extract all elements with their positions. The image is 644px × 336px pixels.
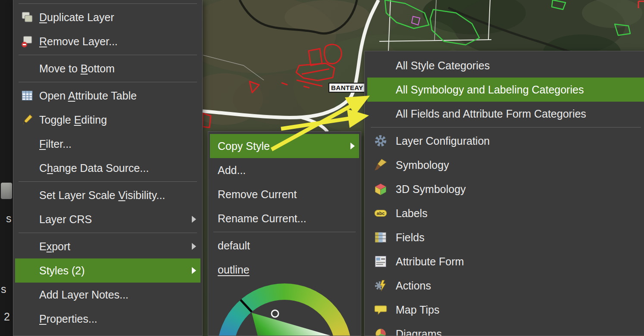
gear-icon xyxy=(371,134,391,148)
menu-item-label: Labels xyxy=(396,207,428,220)
panel-text-fragment: s xyxy=(1,283,6,296)
icon-spacer xyxy=(19,263,36,278)
menu-item-filter[interactable]: Filter... xyxy=(15,132,200,156)
panel-text-fragment: 2 xyxy=(4,311,10,323)
menu-item-toggle-editing[interactable]: Toggle Editing xyxy=(15,108,200,132)
menu-item-attribute-form[interactable]: Attribute Form xyxy=(367,249,644,274)
menu-separator xyxy=(19,82,197,82)
menu-item-remove-current[interactable]: Remove Current xyxy=(210,182,359,206)
menu-item-label: Change Data Source... xyxy=(39,162,149,174)
menu-item-label: Map Tips xyxy=(396,304,439,316)
icon-spacer xyxy=(19,239,36,254)
menu-item-label: Remove Layer... xyxy=(39,35,118,48)
menu-item-remove-layer[interactable]: Remove Layer... xyxy=(15,29,200,53)
menu-item-label: Diagrams xyxy=(396,328,442,336)
layer-context-menu: Duplicate Layer Remove Layer... Move to … xyxy=(13,0,203,336)
icon-spacer xyxy=(19,61,36,76)
menu-item-rename-current[interactable]: Rename Current... xyxy=(210,206,359,230)
menu-separator xyxy=(371,127,641,128)
icon-spacer xyxy=(371,106,391,121)
menu-item-style-default[interactable]: default xyxy=(210,233,359,258)
icon-spacer xyxy=(371,82,391,97)
menu-item-layer-configuration[interactable]: Layer Configuration xyxy=(367,129,644,153)
color-wheel[interactable] xyxy=(217,283,352,336)
menu-item-styles[interactable]: Styles (2) xyxy=(15,258,200,283)
menu-item-label: Rename Current... xyxy=(218,212,306,225)
submenu-arrow-icon xyxy=(350,143,355,149)
menu-item-label: All Style Categories xyxy=(396,59,490,72)
layers-panel-edge: s s 2 xyxy=(0,0,13,336)
menu-item-label: outline xyxy=(218,264,250,276)
form-icon xyxy=(371,254,391,269)
copy-style-categories-submenu: All Style Categories All Symbology and L… xyxy=(364,51,644,336)
menu-separator xyxy=(19,233,197,233)
fields-table-icon xyxy=(371,230,391,245)
pie-chart-icon xyxy=(371,327,391,336)
cube-icon xyxy=(371,182,391,196)
menu-item-add-layer-notes[interactable]: Add Layer Notes... xyxy=(15,283,200,307)
menu-item-open-attribute-table[interactable]: Open Attribute Table xyxy=(15,84,200,108)
menu-item-label: Remove Current xyxy=(218,188,297,201)
paintbrush-icon xyxy=(371,158,391,172)
menu-item-label: Symbology xyxy=(396,159,449,171)
attribute-table-icon xyxy=(19,88,36,103)
icon-spacer xyxy=(19,161,36,175)
menu-item-label: Attribute Form xyxy=(396,255,464,268)
icon-spacer xyxy=(19,311,36,326)
abc-tag-icon: abc xyxy=(371,206,391,221)
menu-separator xyxy=(19,181,197,182)
menu-item-add-style[interactable]: Add... xyxy=(210,158,359,182)
panel-text-fragment: s xyxy=(6,212,12,225)
pencil-icon xyxy=(19,112,36,127)
styles-submenu: Copy Style Add... Remove Current Rename … xyxy=(208,131,361,336)
icon-spacer xyxy=(371,58,391,73)
menu-item-all-style-categories[interactable]: All Style Categories xyxy=(367,53,644,78)
menu-item-style-outline[interactable]: outline xyxy=(210,258,359,282)
gear-bolt-icon xyxy=(371,278,391,293)
menu-item-label: Toggle Editing xyxy=(39,114,107,126)
menu-item-label: Filter... xyxy=(39,138,72,150)
menu-item-label: Layer CRS xyxy=(39,213,92,226)
menu-item-symbology[interactable]: Symbology xyxy=(367,153,644,177)
menu-item-layer-crs[interactable]: Layer CRS xyxy=(15,207,200,231)
remove-layer-icon xyxy=(19,34,36,49)
menu-item-copy-style[interactable]: Copy Style xyxy=(210,134,359,158)
icon-spacer xyxy=(19,212,36,227)
menu-item-label: Move to Bottom xyxy=(39,62,115,75)
menu-item-label: Fields xyxy=(396,231,425,244)
saturation-triangle[interactable] xyxy=(217,283,352,336)
menu-item-all-symbology-and-labeling[interactable]: All Symbology and Labeling Categories xyxy=(367,78,644,102)
svg-text:abc: abc xyxy=(377,211,385,216)
menu-item-label: Open Attribute Table xyxy=(39,90,137,102)
panel-icon-fragment xyxy=(1,183,12,199)
speech-bubble-icon xyxy=(371,302,391,317)
menu-item-move-to-bottom[interactable]: Move to Bottom xyxy=(15,56,200,81)
menu-item-label: Set Layer Scale Visibility... xyxy=(39,189,165,202)
submenu-arrow-icon xyxy=(192,267,196,274)
submenu-arrow-icon xyxy=(192,243,196,250)
menu-item-labels[interactable]: abc Labels xyxy=(367,201,644,225)
menu-item-map-tips[interactable]: Map Tips xyxy=(367,298,644,322)
menu-item-all-fields-and-attribute-form[interactable]: All Fields and Attribute Form Categories xyxy=(367,102,644,126)
menu-item-properties[interactable]: Properties... xyxy=(15,307,200,331)
menu-item-diagrams[interactable]: Diagrams xyxy=(367,322,644,336)
menu-item-3d-symbology[interactable]: 3D Symbology xyxy=(367,177,644,201)
menu-item-export[interactable]: Export xyxy=(15,234,200,258)
duplicate-layer-icon xyxy=(19,10,36,25)
menu-separator xyxy=(19,55,197,55)
qgis-window: BANTEAY s s 2 Duplicate Layer Remove Lay… xyxy=(0,0,644,336)
menu-item-fields[interactable]: Fields xyxy=(367,225,644,249)
menu-item-label: default xyxy=(218,240,250,252)
menu-item-actions[interactable]: Actions xyxy=(367,274,644,298)
menu-item-label: Actions xyxy=(396,280,431,292)
submenu-arrow-icon xyxy=(192,216,196,223)
icon-spacer xyxy=(19,137,36,151)
menu-item-label: 3D Symbology xyxy=(396,183,466,196)
menu-item-set-layer-scale-visibility[interactable]: Set Layer Scale Visibility... xyxy=(15,183,200,207)
menu-item-label: All Symbology and Labeling Categories xyxy=(396,84,584,96)
menu-item-duplicate-layer[interactable]: Duplicate Layer xyxy=(15,5,200,29)
icon-spacer xyxy=(19,287,36,302)
menu-item-change-data-source[interactable]: Change Data Source... xyxy=(15,156,200,180)
menu-item-label: Copy Style xyxy=(218,140,270,152)
menu-item-label: Layer Configuration xyxy=(396,135,490,147)
